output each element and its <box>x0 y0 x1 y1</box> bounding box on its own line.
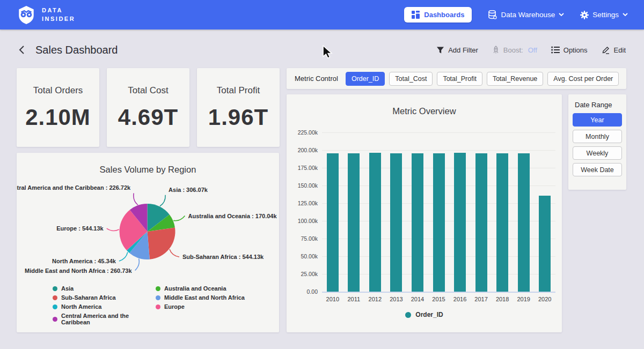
pie-legend-item-north-america[interactable]: North America <box>53 303 156 310</box>
x-tick-2010: 2010 <box>326 296 339 302</box>
data-warehouse-menu[interactable]: Data Warehouse <box>488 10 564 19</box>
pie-legend-item-australia-and-oceania[interactable]: Australia and Oceania <box>156 285 245 292</box>
pie-label-sub-saharan-africa: Sub-Saharan Africa : 544.13k <box>182 254 264 260</box>
pie-slice-sub-saharan-africa[interactable] <box>148 228 175 259</box>
y-tick-label: 0.00 <box>307 288 318 295</box>
bar-chart-title: Metric Overview <box>287 106 562 116</box>
legend-dot <box>53 305 57 309</box>
bar-2010[interactable] <box>327 153 339 292</box>
metric-control-label: Metric Control <box>295 75 338 83</box>
bar-chart-plot-area <box>322 132 555 292</box>
legend-label: Australia and Oceania <box>164 285 226 292</box>
gridline <box>322 132 555 133</box>
bar-2011[interactable] <box>348 153 360 292</box>
metric-button-total-profit[interactable]: Total_Profit <box>437 72 482 86</box>
pie-legend-item-sub-saharan-africa[interactable]: Sub-Saharan Africa <box>53 294 156 301</box>
x-tick-2016: 2016 <box>453 296 466 302</box>
metric-button-avg-cost-per-order[interactable]: Avg. Cost per Order <box>547 72 619 86</box>
date-range-button-group: YearMonthlyWeeklyWeek Date <box>573 113 622 176</box>
kpi-label: Total Profit <box>217 85 260 96</box>
edit-button[interactable]: Edit <box>602 46 626 54</box>
pie-label-north-america: North America : 45.34k <box>52 258 116 264</box>
kpi-value: 1.96T <box>208 105 268 130</box>
sales-volume-chart-card: Sales Volume by Region Asia : 306.07kAus… <box>17 153 279 332</box>
pie-leader-line <box>160 195 165 206</box>
bar-2014[interactable] <box>412 153 423 292</box>
bar-chart-legend-item[interactable]: Order_ID <box>287 311 562 318</box>
nav-menu: Dashboards Data Warehouse <box>404 7 628 23</box>
legend-label: North America <box>61 303 101 310</box>
date-range-button-week-date[interactable]: Week Date <box>573 163 622 176</box>
bar-2012[interactable] <box>369 153 381 292</box>
legend-label: Sub-Saharan Africa <box>61 294 116 301</box>
settings-menu[interactable]: Settings <box>580 11 628 19</box>
y-tick-label: 100.00k <box>298 218 318 224</box>
legend-dot <box>53 286 57 291</box>
metric-button-total-cost[interactable]: Total_Cost <box>389 72 433 86</box>
kpi-label: Total Cost <box>128 85 169 96</box>
bar-2019[interactable] <box>518 153 530 292</box>
gridline <box>322 150 555 151</box>
y-tick-label: 25.00k <box>301 271 318 277</box>
date-range-button-weekly[interactable]: Weekly <box>573 146 622 160</box>
date-range-button-monthly[interactable]: Monthly <box>573 130 622 143</box>
options-button[interactable]: Options <box>551 46 588 54</box>
pie-label-central-america-and-the-caribbean: Central America and the Caribbean : 226.… <box>17 184 131 191</box>
gridline <box>322 292 555 293</box>
pie-leader-line <box>173 216 185 221</box>
date-range-button-year[interactable]: Year <box>573 113 622 127</box>
boost-label: Boost: <box>503 46 523 54</box>
pie-legend-item-europe[interactable]: Europe <box>156 303 245 310</box>
bar-2020[interactable] <box>539 196 551 292</box>
dashboards-label: Dashboards <box>424 11 464 19</box>
bar-2017[interactable] <box>475 153 487 292</box>
pie-legend-item-middle-east-and-north-africa[interactable]: Middle East and North Africa <box>156 294 245 301</box>
brand-name: DATA INSIDER <box>42 6 75 24</box>
metric-button-order-id[interactable]: Order_ID <box>346 72 385 86</box>
metric-button-group: Order_IDTotal_CostTotal_ProfitTotal_Reve… <box>346 72 619 86</box>
legend-label: Order_ID <box>415 311 443 318</box>
x-tick-2019: 2019 <box>517 296 530 302</box>
dashboards-button[interactable]: Dashboards <box>404 7 472 23</box>
legend-dot <box>156 305 160 309</box>
owl-logo-icon <box>16 5 36 25</box>
metric-overview-chart-card: Metric Overview 225.00k200.00k175.00k150… <box>287 94 562 332</box>
gear-icon <box>580 11 589 19</box>
add-filter-button[interactable]: Add Filter <box>436 46 478 54</box>
pie-legend-item-central-america-and-the-caribbean[interactable]: Central America and the Caribbean <box>53 313 156 325</box>
page-header: Sales Dashboard Add Filter Boost:Off <box>0 39 644 61</box>
page-title: Sales Dashboard <box>35 44 118 56</box>
legend-label: Europe <box>164 303 185 310</box>
chevron-left-icon <box>18 45 26 55</box>
pie-legend-item-asia[interactable]: Asia <box>53 285 156 292</box>
pie-chart-legend: AsiaSub-Saharan AfricaNorth AmericaCentr… <box>17 285 279 325</box>
edit-label: Edit <box>614 46 626 54</box>
boost-value: Off <box>528 46 537 54</box>
kpi-value: 2.10M <box>25 105 91 130</box>
legend-label: Middle East and North Africa <box>164 294 245 301</box>
legend-dot <box>156 295 160 300</box>
back-button[interactable] <box>18 45 26 55</box>
pie-leader-line <box>135 259 140 271</box>
pie-label-australia-and-oceania: Australia and Oceania : 170.04k <box>188 213 277 219</box>
pie-leader-line <box>107 228 119 231</box>
pie-label-asia: Asia : 306.07k <box>169 187 208 193</box>
pie-label-middle-east-and-north-africa: Middle East and North Africa : 260.73k <box>25 268 132 274</box>
bar-2015[interactable] <box>433 153 445 292</box>
pie-leader-line <box>170 249 179 257</box>
metric-button-total-revenue[interactable]: Total_Revenue <box>487 72 543 86</box>
x-tick-2013: 2013 <box>390 296 402 302</box>
bar-2016[interactable] <box>454 153 466 292</box>
legend-dot <box>156 286 160 291</box>
boost-toggle[interactable]: Boost:Off <box>492 46 537 54</box>
kpi-value: 4.69T <box>118 105 178 130</box>
app-frame: DATA INSIDER Dashboards <box>0 0 644 349</box>
bar-2018[interactable] <box>496 153 508 292</box>
bar-2013[interactable] <box>390 153 402 292</box>
x-tick-2014: 2014 <box>411 296 424 302</box>
y-tick-label: 50.00k <box>301 253 318 259</box>
list-options-icon <box>551 46 560 54</box>
kpi-card-total-cost: Total Cost 4.69T <box>107 68 189 147</box>
date-range-panel: Date Range YearMonthlyWeeklyWeek Date <box>568 94 626 190</box>
kpi-card-total-profit: Total Profit 1.96T <box>197 68 280 147</box>
